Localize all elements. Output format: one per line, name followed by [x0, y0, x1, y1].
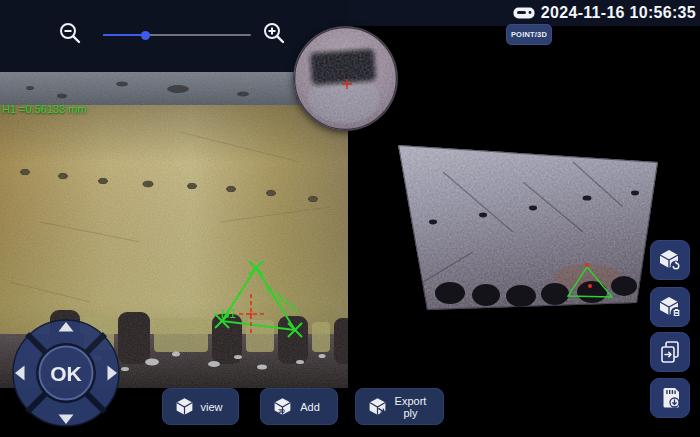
dpad-control[interactable]: OK [7, 312, 125, 434]
zoom-slider-thumb[interactable] [141, 31, 150, 40]
storage-icon [513, 6, 535, 20]
datetime-text: 2024-11-16 10:56:35 [541, 4, 696, 22]
zoom-slider[interactable] [103, 27, 251, 43]
magnifier-inset [294, 27, 397, 130]
cube-export-icon [367, 396, 388, 417]
cube-reset-view-icon [657, 247, 683, 273]
save-sd-card-icon [657, 385, 683, 411]
reset-view-button[interactable] [650, 240, 690, 280]
view-button[interactable]: view [162, 388, 239, 425]
videoscope-app: H1 2.1953mm H1 =0.56133 mm [0, 0, 700, 437]
zoom-slider-fill [103, 34, 145, 36]
cube-3d-add-icon: 3D [272, 396, 293, 417]
dpad-ok-label: OK [50, 362, 82, 385]
export-file-icon [657, 339, 683, 365]
export-file-button[interactable] [650, 332, 690, 372]
zoom-in-icon[interactable] [262, 21, 286, 45]
view-button-label: view [195, 401, 238, 413]
add-button[interactable]: 3D Add [260, 388, 338, 425]
svg-text:3D: 3D [278, 408, 285, 414]
datetime-group: 2024-11-16 10:56:35 [513, 2, 696, 24]
pointcloud-3d-view[interactable] [383, 112, 670, 327]
mode-point3d-button[interactable]: POINT/3D [506, 24, 552, 45]
zoom-out-icon[interactable] [58, 21, 82, 45]
measurement-result-label: H1 =0.56133 mm [2, 103, 87, 115]
cube-delete-icon [657, 294, 683, 320]
cube-3d-icon [174, 396, 195, 417]
export-ply-button-label: Export ply [388, 395, 443, 419]
delete-pointcloud-button[interactable] [650, 287, 690, 327]
add-button-label: Add [293, 401, 337, 413]
vertex-label: H1 [221, 307, 237, 321]
export-ply-button[interactable]: Export ply [355, 388, 444, 425]
save-to-sd-button[interactable] [650, 378, 690, 418]
